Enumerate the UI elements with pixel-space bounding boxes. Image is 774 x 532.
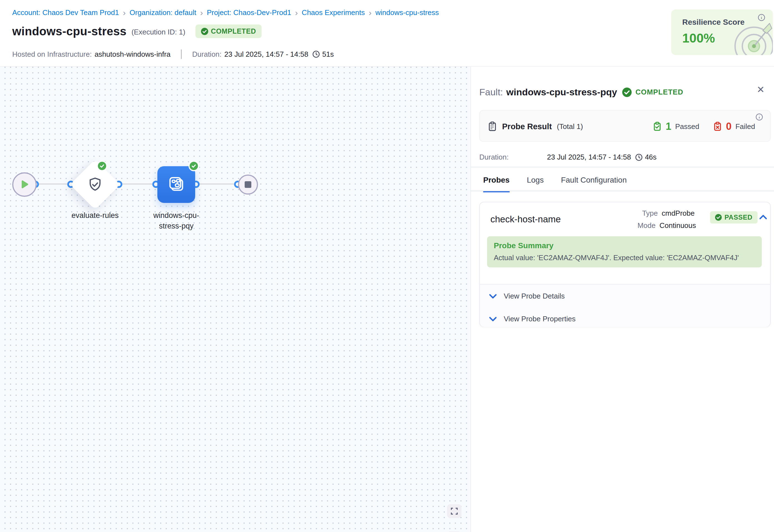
- duration-label: Duration:: [479, 153, 509, 161]
- close-panel-button[interactable]: ✕: [755, 83, 767, 96]
- node-label-line2: stress-pqy: [135, 221, 218, 231]
- chevron-down-icon: [489, 294, 497, 299]
- divider: [181, 49, 182, 59]
- clock-icon: [312, 50, 320, 58]
- fault-status-text: COMPLETED: [636, 88, 683, 96]
- experiment-meta-row: Hosted on Infrastructure: ashutosh-windo…: [12, 49, 334, 59]
- fault-header: Fault: windows-cpu-stress-pqy COMPLETED: [479, 87, 683, 98]
- breadcrumb-organization[interactable]: Organization: default: [130, 8, 196, 17]
- clock-icon: [635, 153, 643, 161]
- probe-result-total: (Total 1): [557, 122, 583, 131]
- duration-value: 23 Jul 2025, 14:57 - 14:58: [547, 153, 631, 161]
- pipeline-canvas[interactable]: evaluate-rules windows-cpu- stress-pqy: [0, 67, 470, 532]
- view-probe-properties-toggle[interactable]: View Probe Properties: [489, 315, 575, 323]
- failed-label: Failed: [735, 122, 755, 131]
- view-probe-details-label: View Probe Details: [504, 292, 565, 300]
- view-probe-details-toggle[interactable]: View Probe Details: [489, 292, 565, 300]
- success-check-badge: [97, 161, 107, 171]
- fullscreen-button[interactable]: [447, 504, 462, 518]
- success-check-badge: [188, 161, 199, 171]
- node-label-evaluate-rules: evaluate-rules: [53, 210, 137, 221]
- tabs-underline-rule: [471, 191, 774, 191]
- experiment-status-badge: COMPLETED: [195, 24, 262, 38]
- probe-card-check-host-name: check-host-name Type cmdProbe Mode Conti…: [479, 202, 771, 327]
- pipeline-edge: [34, 183, 239, 185]
- rule-node-evaluate-rules[interactable]: [70, 159, 120, 210]
- elapsed-time: 46s: [645, 153, 657, 161]
- check-circle-icon: [201, 28, 208, 35]
- end-node[interactable]: [238, 175, 258, 195]
- probe-type-value: cmdProbe: [662, 209, 695, 218]
- probe-status-badge: PASSED: [710, 211, 758, 223]
- chevron-right-icon: ›: [295, 9, 298, 16]
- experiment-icon: [166, 175, 186, 195]
- breadcrumb-project[interactable]: Project: Chaos-Dev-Prod1: [207, 8, 291, 17]
- fault-label: Fault:: [479, 87, 503, 98]
- probe-summary-title: Probe Summary: [494, 241, 554, 250]
- check-circle-icon: [622, 88, 632, 97]
- node-label-windows-cpu-stress-pqy: windows-cpu- stress-pqy: [135, 210, 218, 231]
- chevron-right-icon: ›: [369, 9, 371, 16]
- failed-count: 0: [726, 121, 731, 132]
- probe-result-summary-card: Probe Result (Total 1) 1 Passed 0 Failed: [479, 110, 771, 142]
- elapsed-time: 51s: [322, 50, 334, 59]
- probe-type-label: Type: [636, 209, 658, 218]
- page-header: Account: Chaos Dev Team Prod1 › Organiza…: [0, 0, 774, 67]
- tab-fault-configuration[interactable]: Fault Configuration: [561, 176, 627, 192]
- node-label-line1: windows-cpu-: [135, 210, 218, 221]
- page-title: windows-cpu-stress: [12, 25, 126, 38]
- execution-id: (Execution ID: 1): [132, 28, 185, 36]
- chevron-right-icon: ›: [123, 9, 126, 16]
- view-probe-properties-label: View Probe Properties: [504, 315, 575, 323]
- collapse-probe-button[interactable]: [760, 215, 767, 220]
- experiment-status-text: COMPLETED: [211, 27, 256, 35]
- start-node[interactable]: [12, 172, 37, 197]
- chaos-experiment-execution-page: Account: Chaos Dev Team Prod1 › Organiza…: [0, 0, 774, 532]
- tab-probes[interactable]: Probes: [483, 176, 510, 192]
- chevron-up-icon: [760, 215, 767, 220]
- resilience-score-value: 100%: [682, 31, 715, 46]
- fullscreen-icon: [451, 508, 458, 515]
- breadcrumb: Account: Chaos Dev Team Prod1 › Organiza…: [12, 8, 439, 17]
- probe-summary-box: Probe Summary Actual value: 'EC2AMAZ-QMV…: [487, 236, 762, 267]
- info-icon[interactable]: [756, 113, 763, 121]
- probe-mode-value: Continuous: [659, 221, 696, 230]
- chevron-right-icon: ›: [200, 9, 203, 16]
- fault-name: windows-cpu-stress-pqy: [506, 87, 617, 98]
- duration-label: Duration:: [192, 50, 222, 59]
- resilience-score-card: Resilience Score 100%: [671, 9, 773, 55]
- passed-count: 1: [666, 121, 671, 132]
- stop-icon: [245, 181, 251, 188]
- clipboard-x-icon: [713, 121, 722, 131]
- resilience-score-label: Resilience Score: [682, 18, 745, 27]
- chevron-down-icon: [489, 317, 497, 322]
- shield-check-icon: [87, 176, 103, 193]
- breadcrumb-chaos-experiments[interactable]: Chaos Experiments: [302, 8, 365, 17]
- probe-summary-text: Actual value: 'EC2AMAZ-QMVAF4J'. Expecte…: [494, 253, 739, 262]
- fault-details-panel: Fault: windows-cpu-stress-pqy COMPLETED …: [470, 67, 774, 532]
- probe-name: check-host-name: [490, 214, 561, 225]
- probe-links-section: View Probe Details View Probe Properties: [480, 284, 770, 327]
- info-icon[interactable]: [758, 14, 765, 21]
- probe-result-title: Probe Result: [502, 122, 552, 131]
- passed-label: Passed: [675, 122, 699, 131]
- probe-mode-label: Mode: [633, 221, 656, 230]
- check-circle-icon: [715, 214, 722, 221]
- duration-value: 23 Jul 2025, 14:57 - 14:58: [224, 50, 308, 59]
- breadcrumb-current[interactable]: windows-cpu-stress: [375, 8, 439, 17]
- clipboard-icon: [488, 121, 497, 131]
- tab-logs[interactable]: Logs: [527, 176, 544, 192]
- probe-status-text: PASSED: [725, 213, 753, 221]
- panel-tabs: Probes Logs Fault Configuration: [483, 176, 627, 192]
- fault-duration-row: Duration: 23 Jul 2025, 14:57 - 14:58 46s: [479, 153, 657, 161]
- breadcrumb-account[interactable]: Account: Chaos Dev Team Prod1: [12, 8, 119, 17]
- clipboard-check-icon: [653, 121, 662, 131]
- play-icon: [20, 180, 29, 190]
- infrastructure-name: ashutosh-windows-infra: [95, 50, 170, 59]
- divider: [471, 167, 774, 167]
- fault-node-windows-cpu-stress-pqy[interactable]: [157, 166, 195, 203]
- title-row: windows-cpu-stress (Execution ID: 1) COM…: [12, 24, 262, 38]
- hosted-label: Hosted on Infrastructure:: [12, 50, 92, 59]
